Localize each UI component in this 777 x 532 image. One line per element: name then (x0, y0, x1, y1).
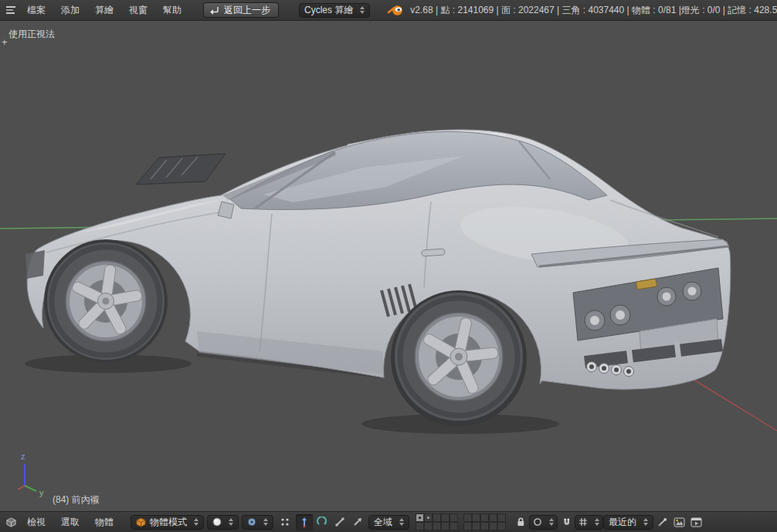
snap-target-label: 最近的 (609, 516, 636, 529)
magnet-icon (562, 517, 572, 527)
manipulator-toggles (296, 514, 366, 530)
layer-cell[interactable] (450, 522, 458, 530)
combined-manipulator-icon (352, 517, 363, 527)
updown-arrows-icon (549, 518, 554, 526)
menu-select[interactable]: 選取 (53, 516, 87, 529)
layer-cell[interactable] (463, 522, 472, 530)
manipulate-center-points-button[interactable] (277, 514, 293, 530)
updown-arrows-icon (643, 518, 648, 526)
layer-cell[interactable] (450, 513, 458, 522)
layer-cell[interactable] (433, 522, 441, 530)
opengl-render-animation-button[interactable] (687, 514, 704, 530)
layer-cell[interactable] (472, 522, 480, 530)
proportional-edit-circle-icon (533, 517, 542, 527)
menu-render[interactable]: 算繪 (87, 4, 121, 17)
mini-axis-gizmo: z y (9, 447, 53, 498)
layer-cell[interactable] (497, 522, 506, 530)
align-rotation-icon (657, 517, 667, 527)
gizmo-y-label: y (39, 488, 44, 497)
editor-type-button-3dview[interactable] (2, 514, 19, 530)
manipulator-scale-button[interactable] (331, 514, 348, 530)
info-editor-icon (5, 5, 16, 15)
view-mode-label: 使用正視法 (8, 28, 55, 41)
menu-object[interactable]: 物體 (87, 516, 121, 529)
menu-view[interactable]: 檢視 (19, 516, 53, 529)
mode-dropdown[interactable]: 物體模式 (131, 515, 204, 530)
center-points-icon (280, 517, 290, 527)
toolshelf-expand-icon[interactable]: + (2, 38, 8, 46)
snap-element-grid-icon (579, 517, 588, 527)
manipulator-combined-button[interactable] (349, 514, 366, 530)
rear-wheel (394, 292, 524, 422)
updown-arrows-icon (399, 518, 404, 526)
scene-statistics: v2.68 | 點 : 2141069 | 面 : 2022467 | 三角 :… (410, 4, 777, 17)
pivot-point-dropdown[interactable] (242, 515, 273, 530)
snap-target-dropdown[interactable]: 最近的 (603, 515, 653, 530)
back-one-step-button[interactable]: 返回上一步 (203, 2, 279, 18)
layer-cell[interactable] (480, 522, 489, 530)
snap-toggle-button[interactable] (558, 514, 575, 530)
layer-cell[interactable] (441, 513, 450, 522)
gizmo-y-axis (25, 486, 36, 491)
3d-viewport[interactable]: 使用正視法 + z y (84) 前內襯 (0, 21, 777, 511)
updown-arrows-icon (263, 518, 268, 526)
menu-file[interactable]: 檔案 (19, 4, 53, 17)
front-wheel (46, 242, 165, 361)
menu-add[interactable]: 添加 (53, 4, 87, 17)
layer-cell[interactable] (497, 513, 506, 522)
scene-canvas (0, 21, 777, 511)
updown-arrows-icon (194, 518, 198, 526)
snap-align-rotation-button[interactable] (653, 514, 670, 530)
back-button-label: 返回上一步 (224, 4, 270, 17)
3d-view-editor-icon (6, 517, 16, 527)
layers-group-2 (463, 513, 506, 530)
layer-cell[interactable] (433, 513, 441, 522)
layers-widget (416, 513, 506, 530)
layer-cell[interactable] (424, 522, 433, 530)
mode-dropdown-label: 物體模式 (150, 516, 187, 529)
translate-manipulator-icon (299, 517, 310, 527)
proportional-editing-dropdown[interactable] (529, 515, 558, 530)
layers-group-1 (416, 513, 458, 530)
snap-element-dropdown[interactable] (575, 515, 603, 530)
viewport-shading-dropdown[interactable] (207, 515, 239, 530)
layer-cell[interactable] (424, 513, 433, 522)
render-engine-value: Cycles 算繪 (304, 4, 353, 17)
lock-icon (515, 517, 526, 527)
opengl-render-button[interactable] (670, 514, 687, 530)
layer-cell[interactable] (472, 513, 480, 522)
viewport-header-bar: 檢視 選取 物體 物體模式 (0, 511, 777, 532)
manipulator-rotate-button[interactable] (314, 514, 331, 530)
back-arrow-icon (209, 5, 219, 15)
menu-window[interactable]: 視窗 (121, 4, 155, 17)
blender-logo (387, 5, 404, 16)
layer-cell[interactable] (480, 513, 489, 522)
render-image-icon (674, 517, 685, 527)
scene-lock-button[interactable] (512, 514, 529, 530)
manipulator-translate-button[interactable] (296, 514, 313, 530)
pivot-point-icon (247, 517, 256, 527)
solid-shading-sphere-icon (212, 517, 222, 527)
render-animation-icon (690, 517, 702, 527)
active-object-label: (84) 前內襯 (53, 493, 100, 507)
editor-type-button[interactable] (2, 2, 19, 19)
orientation-dropdown[interactable]: 全域 (368, 515, 409, 530)
updown-arrows-icon (229, 518, 233, 526)
layer-cell[interactable] (463, 513, 472, 522)
updown-arrows-icon (595, 518, 599, 526)
scale-manipulator-icon (334, 517, 345, 527)
rotate-manipulator-icon (317, 517, 327, 527)
gizmo-x-axis (18, 486, 25, 490)
info-header-bar: 檔案 添加 算繪 視窗 幫助 返回上一步 Cycles 算繪 v2.68 | 點… (0, 0, 777, 21)
layer-cell[interactable] (416, 522, 424, 530)
layer-cell[interactable] (416, 513, 424, 522)
camaro-car-model[interactable] (25, 130, 731, 434)
orientation-dropdown-label: 全域 (374, 516, 392, 529)
layer-cell[interactable] (441, 522, 450, 530)
object-mode-cube-icon (136, 517, 146, 527)
layer-cell[interactable] (489, 513, 497, 522)
updown-arrows-icon (360, 6, 365, 14)
layer-cell[interactable] (489, 522, 497, 530)
menu-help[interactable]: 幫助 (155, 4, 189, 17)
render-engine-dropdown[interactable]: Cycles 算繪 (299, 3, 370, 18)
